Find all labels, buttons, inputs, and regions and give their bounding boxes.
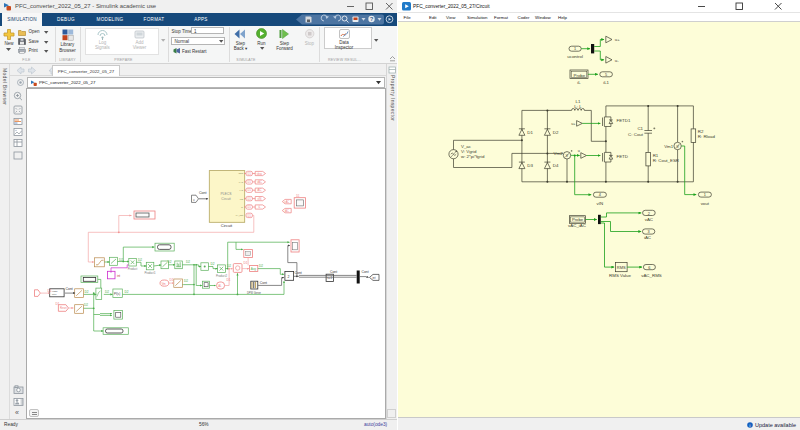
svg-text:FETD: FETD [617,154,628,159]
svg-text:vAC: vAC [645,217,653,222]
svg-text:Reset: Reset [60,306,67,310]
svg-text:L1: L1 [576,99,581,104]
svg-text:vAC: vAC [284,200,289,204]
svg-text:vAC: vAC [257,180,262,184]
svg-text:D1: D1 [527,130,533,135]
svg-text:RMS Value: RMS Value [609,273,631,278]
svg-text:Product1: Product1 [144,271,156,275]
svg-text:4: 4 [599,193,601,197]
svg-text:3: 3 [648,230,650,234]
svg-text:iL1: iL1 [603,80,609,85]
svg-text:vAC_iAC: vAC_iAC [568,223,586,228]
svg-text:Circuit: Circuit [221,223,233,228]
svg-text:2: 2 [648,212,650,216]
svg-text:iAC: iAC [644,235,651,240]
svg-text:vIN: vIN [257,197,261,201]
svg-text:iAC: iAC [257,188,261,192]
svg-text:«: « [15,409,19,416]
svg-text:int: int [117,274,120,278]
svg-text:L: L: L: L [574,104,582,109]
svg-text:2: 2 [288,275,290,279]
svg-text:DPW Gener: DPW Gener [247,291,261,295]
svg-text:u+: u+ [615,37,620,42]
svg-text:D4: D4 [553,163,559,168]
svg-text:AL: AL [218,284,222,288]
svg-text:D1: D1 [227,278,231,282]
svg-text:D2: D2 [125,290,129,294]
svg-text:D2: D2 [105,290,109,294]
svg-text:Product: Product [128,267,138,271]
svg-text:iAC: iAC [239,189,243,191]
svg-text:u+: u+ [571,122,576,126]
svg-text:C: Cout: C: Cout [628,132,644,137]
svg-text:Vm: Vm [162,282,167,286]
svg-text:D1: D1 [248,188,252,192]
svg-text:D1: D1 [244,261,248,265]
svg-text:1: 1 [704,193,706,197]
svg-text:vIN: vIN [597,201,604,206]
svg-text:u: u [578,149,580,153]
svg-text:D2: D2 [259,264,263,268]
svg-text:Vm2: Vm2 [554,151,564,156]
svg-text:Cont: Cont [260,281,267,285]
svg-text:6: 6 [648,266,650,270]
svg-text:w: 2*pi*fgrid: w: 2*pi*fgrid [461,154,485,159]
svg-text:vAC: vAC [239,181,244,183]
svg-text:D1: D1 [56,302,60,306]
svg-text:D2: D2 [211,262,215,266]
svg-text:Avg: Avg [251,267,256,271]
svg-text:Cont: Cont [362,270,369,274]
svg-text:D2: D2 [186,260,190,264]
svg-text:D3: D3 [527,163,533,168]
svg-text:D2: D2 [138,258,142,262]
svg-text:iL: iL [577,80,581,85]
svg-text:Cont: Cont [295,271,302,275]
svg-text:ucontrol: ucontrol [567,54,583,59]
svg-text:D2: D2 [85,290,89,294]
svg-text:u-: u- [615,58,619,63]
svg-text:PI(s): PI(s) [114,292,120,296]
svg-text:D1: D1 [296,194,300,198]
svg-text:FETD1: FETD1 [617,118,631,123]
svg-text:1: 1 [574,47,576,51]
svg-text:Vm1: Vm1 [664,144,674,149]
svg-text:Cont: Cont [199,191,207,195]
svg-text:vbus: vbus [257,172,263,176]
svg-text:PLECS: PLECS [220,192,232,196]
svg-text:iAC: iAC [285,209,289,213]
svg-text:D1: D1 [248,205,252,209]
svg-text:D2: D2 [227,264,231,268]
svg-text:Circuit: Circuit [221,197,231,201]
svg-text:D2: D2 [84,303,88,307]
svg-text:filter: filter [52,293,57,296]
svg-text:Cont: Cont [66,287,73,291]
svg-text:R: Rload: R: Rload [698,134,716,139]
svg-text:?: ? [370,16,374,22]
svg-text:D1: D1 [248,180,252,184]
svg-text:D1: D1 [248,197,252,201]
svg-text:RMS: RMS [617,265,626,270]
svg-text:vIN: vIN [240,198,244,200]
svg-text:D1: D1 [170,278,174,282]
svg-text:D2: D2 [119,258,123,262]
svg-text:Probe: Probe [574,73,586,78]
svg-text:D2: D2 [553,130,559,135]
svg-text:vout: vout [701,201,710,206]
svg-text:Probe: Probe [572,217,584,222]
svg-text:Cont: Cont [330,270,337,274]
svg-text:int: int [373,276,376,280]
svg-text:Product2: Product2 [216,274,228,278]
svg-text:vAC_RMS: vAC_RMS [641,273,662,278]
svg-text:5: 5 [605,73,607,77]
svg-text:D1: D1 [248,172,252,176]
svg-text:R: Cout_ESR: R: Cout_ESR [653,158,679,163]
svg-text:D1: D1 [248,214,252,218]
svg-text:D2: D2 [184,279,188,283]
svg-text:D2: D2 [168,260,172,264]
svg-text:D1: D1 [48,289,52,293]
